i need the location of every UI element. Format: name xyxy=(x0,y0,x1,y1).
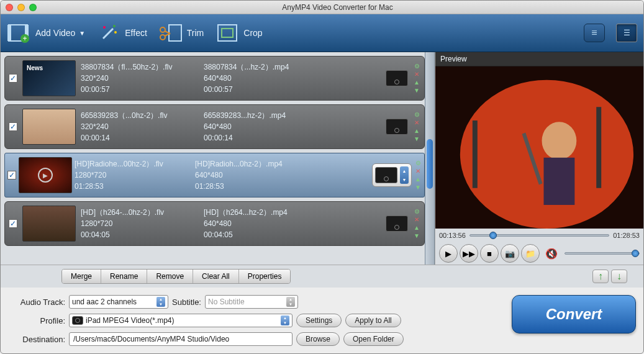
ipad-icon[interactable] xyxy=(386,119,408,135)
properties-button[interactable]: Properties xyxy=(239,270,291,283)
volume-icon[interactable]: 🔇 xyxy=(545,248,558,260)
seek-knob[interactable] xyxy=(489,232,497,239)
row-actions: ⚙ ✕ ▲ ▼ xyxy=(413,112,420,142)
dropdown-arrow-icon: ▼ xyxy=(79,30,85,37)
move-up-button[interactable]: ↑ xyxy=(592,270,609,283)
destination-input[interactable]: /Users/mac6/Documents/AnyMP4 Studio/Vide… xyxy=(69,332,293,346)
grid-view-button[interactable]: ☰ xyxy=(616,24,637,42)
scrollbar[interactable] xyxy=(425,52,435,265)
table-row[interactable]: ✓ [HD]（h264-...0hz-2）.flv 1280*720 00:04… xyxy=(4,201,425,246)
row-actions: ⚙ ✕ ▲ ▼ xyxy=(413,63,420,94)
add-video-button[interactable]: + Add Video ▼ xyxy=(7,20,85,45)
move-down-button[interactable]: ↓ xyxy=(611,270,627,283)
svg-text:+: + xyxy=(22,34,27,43)
source-duration: 00:04:05 xyxy=(81,229,199,240)
move-up-icon[interactable]: ▲ xyxy=(414,176,422,183)
add-video-label: Add Video xyxy=(35,28,75,38)
svg-rect-1 xyxy=(7,25,11,41)
volume-knob[interactable] xyxy=(632,250,639,257)
delete-icon[interactable]: ✕ xyxy=(413,120,420,126)
trim-button[interactable]: Trim xyxy=(158,20,204,45)
effect-button[interactable]: Effect xyxy=(96,20,147,45)
svg-rect-18 xyxy=(473,120,478,188)
scrollbar-thumb[interactable] xyxy=(427,139,433,189)
move-up-icon[interactable]: ▲ xyxy=(413,128,420,134)
source-duration: 00:00:57 xyxy=(81,84,199,95)
grid-icon: ☰ xyxy=(624,29,630,37)
filmstrip-add-icon: + xyxy=(7,20,32,45)
svg-rect-15 xyxy=(222,29,233,37)
gear-icon[interactable]: ⚙ xyxy=(413,63,420,70)
convert-button[interactable]: Convert xyxy=(512,295,636,334)
table-row[interactable]: ✓ 665839283（...0hz-2）.flv 320*240 00:00:… xyxy=(4,104,425,149)
device-selector[interactable]: ▲▼ xyxy=(372,163,412,187)
source-duration: 01:28:53 xyxy=(75,181,193,192)
move-down-icon[interactable]: ▼ xyxy=(414,184,422,191)
output-duration: 01:28:53 xyxy=(195,181,313,192)
output-name: 665839283...hz-2）.mp4 xyxy=(204,110,322,121)
seek-slider[interactable] xyxy=(469,234,609,237)
output-duration: 00:00:14 xyxy=(204,132,322,143)
gear-icon[interactable]: ⚙ xyxy=(414,160,422,166)
minimize-icon[interactable] xyxy=(17,4,25,11)
close-icon[interactable] xyxy=(6,4,13,11)
thumbnail: News xyxy=(22,60,76,96)
clear-all-button[interactable]: Clear All xyxy=(193,270,239,283)
move-down-icon[interactable]: ▼ xyxy=(413,88,420,94)
checkbox[interactable]: ✓ xyxy=(7,171,16,179)
ipad-icon[interactable] xyxy=(386,70,408,86)
stepper-icon[interactable]: ▲▼ xyxy=(400,166,409,184)
output-info: 665839283...hz-2）.mp4 640*480 00:00:14 xyxy=(204,110,322,143)
settings-button[interactable]: Settings xyxy=(296,314,342,327)
move-up-icon[interactable]: ▲ xyxy=(413,225,420,231)
browse-button[interactable]: Browse xyxy=(296,332,340,346)
delete-icon[interactable]: ✕ xyxy=(414,168,422,175)
preview-timeline: 00:13:56 01:28:53 xyxy=(435,229,643,242)
checkbox[interactable]: ✓ xyxy=(9,219,17,228)
profile-select[interactable]: iPad MPEG4 Video(*.mp4)▲▼ xyxy=(69,314,293,327)
source-info: 38807834（fl…50hz-2）.flv 320*240 00:00:57 xyxy=(81,61,199,95)
crop-button[interactable]: Crop xyxy=(215,20,262,45)
subtitle-select[interactable]: No Subtitle▲▼ xyxy=(205,295,298,309)
gear-icon[interactable]: ⚙ xyxy=(413,209,420,215)
gear-icon[interactable]: ⚙ xyxy=(413,112,420,118)
table-row[interactable]: ✓ ▶ [HD]Radiohe...00hz-2）.flv 1280*720 0… xyxy=(4,153,425,197)
checkbox[interactable]: ✓ xyxy=(9,122,17,131)
move-down-icon[interactable]: ▼ xyxy=(413,233,420,239)
thumbnail xyxy=(22,109,76,145)
svg-point-6 xyxy=(103,26,106,29)
thumbnail xyxy=(22,206,76,242)
arrow-up-icon: ↑ xyxy=(598,271,603,282)
table-row[interactable]: ✓ News 38807834（fl…50hz-2）.flv 320*240 0… xyxy=(4,56,425,101)
svg-rect-14 xyxy=(218,25,237,41)
source-name: 665839283（...0hz-2）.flv xyxy=(81,110,199,121)
rename-button[interactable]: Rename xyxy=(101,270,147,283)
forward-button[interactable]: ▶▶ xyxy=(460,244,478,263)
remove-button[interactable]: Remove xyxy=(147,270,193,283)
source-resolution: 320*240 xyxy=(81,121,199,132)
source-info: [HD]Radiohe...00hz-2）.flv 1280*720 01:28… xyxy=(75,158,193,192)
move-up-icon[interactable]: ▲ xyxy=(413,79,420,86)
delete-icon[interactable]: ✕ xyxy=(413,71,420,78)
open-folder-button[interactable]: Open Folder xyxy=(343,332,404,346)
folder-button[interactable]: 📁 xyxy=(521,244,540,263)
volume-slider[interactable] xyxy=(565,252,640,255)
source-resolution: 1280*720 xyxy=(75,170,193,181)
profile-label: Profile: xyxy=(8,316,65,325)
bottom-panel: Audio Track: und aac 2 channels▲▼ Subtit… xyxy=(1,288,643,353)
merge-button[interactable]: Merge xyxy=(62,270,101,283)
audio-track-select[interactable]: und aac 2 channels▲▼ xyxy=(69,295,168,309)
ipad-icon[interactable] xyxy=(386,216,408,232)
apply-all-button[interactable]: Apply to All xyxy=(345,314,401,327)
list-view-button[interactable]: ≡ xyxy=(584,24,605,42)
play-button[interactable]: ▶ xyxy=(439,244,458,263)
zoom-icon[interactable] xyxy=(29,4,37,11)
snapshot-button[interactable]: 📷 xyxy=(501,244,519,263)
thumbnail: ▶ xyxy=(19,157,72,193)
checkbox[interactable]: ✓ xyxy=(9,74,17,83)
move-down-icon[interactable]: ▼ xyxy=(413,136,420,142)
preview-controls: ▶ ▶▶ ■ 📷 📁 🔇 xyxy=(435,242,643,265)
stop-button[interactable]: ■ xyxy=(480,244,499,263)
output-resolution: 640*480 xyxy=(204,121,322,132)
delete-icon[interactable]: ✕ xyxy=(413,217,420,223)
